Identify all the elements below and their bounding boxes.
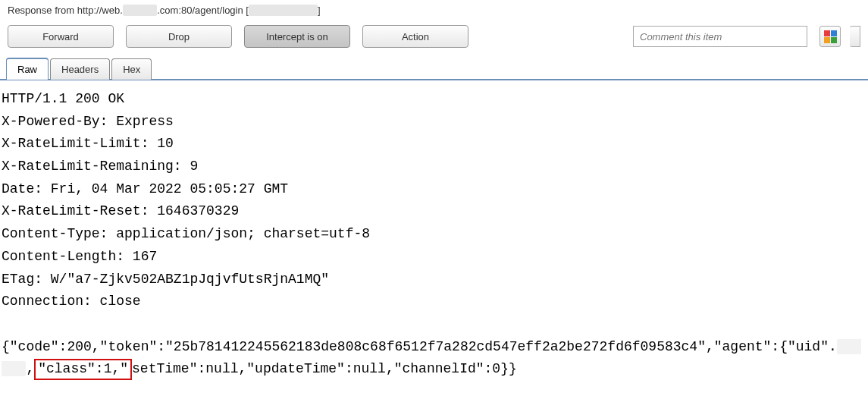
tab-headers[interactable]: Headers (50, 58, 110, 80)
intercept-toggle-button[interactable]: Intercept is on (244, 25, 350, 48)
forward-button[interactable]: Forward (8, 25, 114, 48)
redacted-bracket: xxxxxxxxxxxxxx (249, 5, 318, 16)
help-button[interactable] (850, 26, 860, 47)
request-url-prefix: Response from http://web. (8, 5, 123, 16)
raw-line: ETag: W/"a7-Zjkv502ABZ1pJqjvfUtsRjnA1MQ" (2, 272, 329, 287)
raw-body-part2: setTime":null,"updateTime":null,"channel… (132, 361, 517, 376)
raw-line: X-Powered-By: Express (2, 114, 174, 129)
view-tabs: Raw Headers Hex (0, 57, 868, 80)
highlighted-class-field: "class":1," (34, 359, 132, 379)
comment-input[interactable] (633, 26, 807, 47)
raw-line: X-RateLimit-Remaining: 9 (2, 159, 198, 174)
raw-line: Date: Fri, 04 Mar 2022 05:05:27 GMT (2, 181, 288, 196)
raw-line: Content-Length: 167 (2, 249, 157, 264)
raw-line: Content-Type: application/json; charset=… (2, 226, 370, 241)
raw-line: HTTP/1.1 200 OK (2, 91, 124, 106)
raw-line: X-RateLimit-Reset: 1646370329 (2, 203, 239, 218)
highlight-color-button[interactable] (819, 26, 841, 47)
action-button[interactable]: Action (362, 25, 468, 48)
request-closing: ] (318, 5, 321, 16)
tab-hex[interactable]: Hex (111, 58, 152, 80)
raw-line: Connection: close (2, 294, 141, 309)
color-grid-icon (824, 30, 837, 43)
toolbar: Forward Drop Intercept is on Action (0, 22, 868, 57)
raw-body-sep: , (26, 361, 34, 376)
raw-response-pane[interactable]: HTTP/1.1 200 OK X-Powered-By: Express X-… (0, 80, 868, 388)
tab-raw[interactable]: Raw (6, 58, 49, 80)
redacted-host: xxxxxxx (123, 5, 158, 16)
request-info-label: Response from http://web.xxxxxxx.com:80/… (0, 0, 868, 22)
raw-body-part1: {"code":200,"token":"25b781412245562183d… (2, 339, 837, 354)
raw-line: X-RateLimit-Limit: 10 (2, 136, 174, 151)
request-url-suffix: .com:80/agent/login [ (157, 5, 249, 16)
drop-button[interactable]: Drop (126, 25, 232, 48)
